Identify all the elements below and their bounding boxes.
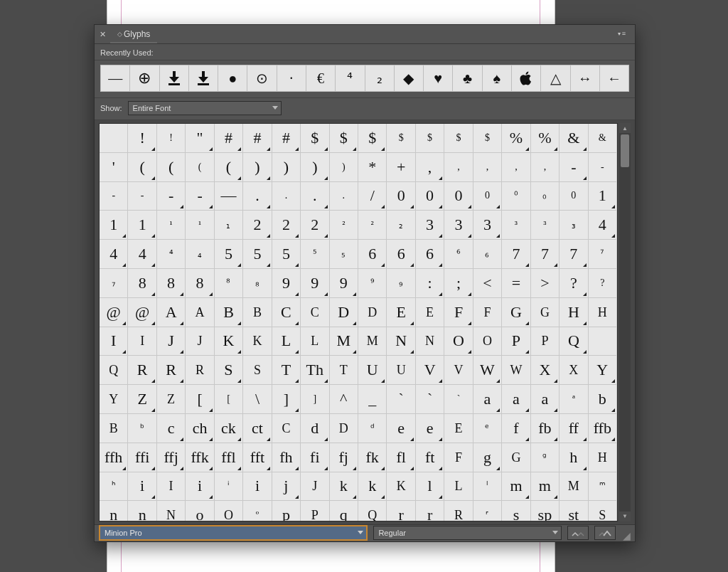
panel-menu-icon[interactable]: ▾ ≡ xyxy=(612,26,632,41)
glyph-cell[interactable]: N xyxy=(416,327,444,356)
glyph-cell[interactable]: h xyxy=(560,443,588,472)
glyph-cell[interactable]: " xyxy=(186,124,214,153)
glyph-cell[interactable]: F xyxy=(444,443,473,472)
glyph-cell[interactable]: ch xyxy=(186,414,214,443)
glyph-cell[interactable]: V xyxy=(416,356,444,385)
glyph-cell[interactable]: 2 xyxy=(272,211,301,240)
glyph-cell[interactable]: 1 xyxy=(100,211,128,240)
glyph-cell[interactable]: G xyxy=(502,443,530,472)
vertical-scrollbar[interactable]: ▲ ▼ xyxy=(619,123,631,521)
glyph-cell[interactable]: Th xyxy=(301,356,329,385)
glyph-cell[interactable]: i xyxy=(243,472,272,502)
glyph-cell[interactable]: K xyxy=(215,327,243,356)
recent-glyph[interactable]: ● xyxy=(218,65,247,92)
glyph-cell[interactable]: ; xyxy=(444,269,473,298)
glyph-cell[interactable]: & xyxy=(589,124,617,153)
glyph-cell[interactable]: ? xyxy=(589,269,617,298)
glyph-cell[interactable]: 0 xyxy=(444,182,473,211)
glyph-cell[interactable]: , xyxy=(416,153,444,182)
glyph-cell[interactable]: ⁴ xyxy=(157,240,186,269)
glyph-cell[interactable]: ₂ xyxy=(387,211,415,240)
glyph-cell[interactable]: sp xyxy=(531,501,560,521)
glyph-cell[interactable]: 4 xyxy=(589,211,617,240)
glyph-cell[interactable]: Q xyxy=(100,356,128,385)
recent-glyph[interactable]: ◆ xyxy=(395,65,424,92)
glyph-cell[interactable]: N xyxy=(387,327,415,356)
glyph-cell[interactable]: W xyxy=(473,356,502,385)
glyph-cell[interactable]: ¹ xyxy=(157,211,186,240)
recent-glyph[interactable] xyxy=(512,65,541,92)
glyph-cell[interactable]: I xyxy=(157,472,186,502)
glyph-cell[interactable]: 7 xyxy=(560,240,588,269)
glyph-cell[interactable]: = xyxy=(502,269,530,298)
glyph-cell[interactable]: ⁰ xyxy=(502,182,530,211)
glyph-cell[interactable]: 8 xyxy=(186,269,214,298)
glyph-cell[interactable]: fb xyxy=(531,414,560,443)
glyph-cell[interactable]: N xyxy=(157,501,186,521)
glyph-cell[interactable]: C xyxy=(301,298,329,327)
glyph-cell[interactable]: q xyxy=(330,501,358,521)
glyph-cell[interactable]: Q xyxy=(560,327,588,356)
glyph-cell[interactable]: ᵇ xyxy=(128,414,156,443)
glyph-cell[interactable]: K xyxy=(243,327,272,356)
glyph-cell[interactable]: - xyxy=(128,182,156,211)
glyph-cell[interactable]: 0 xyxy=(387,182,415,211)
glyph-cell[interactable]: $ xyxy=(330,124,358,153)
glyph-cell[interactable]: fk xyxy=(358,443,387,472)
glyph-cell[interactable]: s xyxy=(502,501,530,521)
glyph-cell[interactable]: K xyxy=(387,472,415,502)
glyph-cell[interactable]: 8 xyxy=(128,269,156,298)
glyph-cell[interactable]: ᵐ xyxy=(589,472,617,502)
glyph-cell[interactable]: 7 xyxy=(502,240,530,269)
glyph-cell[interactable]: ) xyxy=(301,153,329,182)
glyph-cell[interactable]: , xyxy=(444,153,473,182)
glyph-cell[interactable]: $ xyxy=(473,124,502,153)
glyph-cell[interactable]: S xyxy=(589,501,617,521)
glyph-cell[interactable]: \ xyxy=(243,385,272,414)
glyph-cell[interactable]: T xyxy=(330,356,358,385)
glyph-cell[interactable]: % xyxy=(502,124,530,153)
glyph-cell[interactable]: ] xyxy=(301,385,329,414)
glyph-cell[interactable]: ⁱ xyxy=(215,472,243,502)
glyph-cell[interactable]: A xyxy=(157,298,186,327)
glyph-cell[interactable]: , xyxy=(531,153,560,182)
glyph-cell[interactable]: ⁷ xyxy=(589,240,617,269)
glyph-cell[interactable]: ^ xyxy=(330,385,358,414)
glyph-cell[interactable]: a xyxy=(502,385,530,414)
glyph-cell[interactable]: ᵈ xyxy=(358,414,387,443)
recent-glyph[interactable]: — xyxy=(100,65,130,92)
glyph-cell[interactable]: ( xyxy=(157,153,186,182)
glyph-cell[interactable]: ) xyxy=(330,153,358,182)
glyph-cell[interactable]: Z xyxy=(157,385,186,414)
glyph-cell[interactable]: G xyxy=(502,298,530,327)
glyph-cell[interactable]: H xyxy=(589,298,617,327)
glyph-cell[interactable]: B xyxy=(215,298,243,327)
glyph-cell[interactable]: st xyxy=(560,501,588,521)
glyph-cell[interactable]: ffl xyxy=(215,443,243,472)
glyph-cell[interactable]: 4 xyxy=(100,240,128,269)
glyph-cell[interactable]: E xyxy=(387,298,415,327)
glyph-cell[interactable]: ª xyxy=(560,385,588,414)
glyph-cell[interactable]: ᵍ xyxy=(531,443,560,472)
glyph-cell[interactable]: L xyxy=(272,327,301,356)
glyph-cell[interactable]: S xyxy=(243,356,272,385)
glyph-cell[interactable]: . xyxy=(243,182,272,211)
glyph-cell[interactable]: g xyxy=(473,443,502,472)
glyph-cell[interactable]: ck xyxy=(215,414,243,443)
glyph-cell[interactable]: ` xyxy=(416,385,444,414)
glyph-cell[interactable]: 5 xyxy=(272,240,301,269)
glyph-cell[interactable]: 0 xyxy=(560,182,588,211)
glyph-cell[interactable]: ʰ xyxy=(100,472,128,502)
glyph-cell[interactable]: H xyxy=(589,443,617,472)
glyph-cell[interactable]: , xyxy=(473,153,502,182)
glyph-cell[interactable]: ` xyxy=(387,385,415,414)
glyph-cell[interactable]: k xyxy=(330,472,358,502)
glyph-cell[interactable]: 6 xyxy=(358,240,387,269)
glyph-cell[interactable]: - xyxy=(560,153,588,182)
glyph-cell[interactable]: 6 xyxy=(416,240,444,269)
glyph-cell[interactable]: S xyxy=(215,356,243,385)
glyph-cell[interactable]: ffh xyxy=(100,443,128,472)
glyph-cell[interactable]: ² xyxy=(358,211,387,240)
glyph-cell[interactable]: 9 xyxy=(272,269,301,298)
glyph-cell[interactable]: 3 xyxy=(416,211,444,240)
